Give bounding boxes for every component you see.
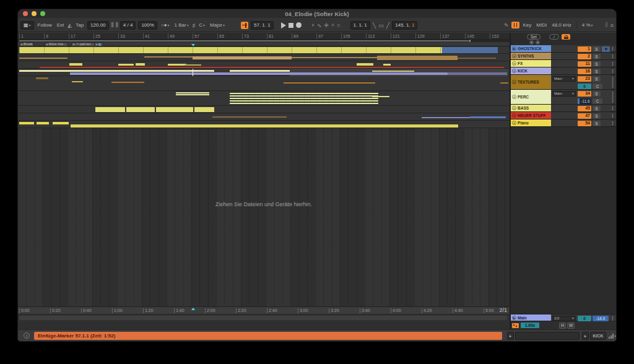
bar-number[interactable]: 49 (168, 33, 175, 39)
clip[interactable] (212, 116, 287, 118)
add-marker-left-icon[interactable]: + (529, 40, 534, 45)
insert-marker-bottom-icon[interactable] (191, 308, 195, 310)
empty-lane-area[interactable]: Ziehen Sie Dateien und Geräte hierhin. (18, 128, 510, 314)
bar-number[interactable]: 145 (465, 33, 474, 39)
solo-button[interactable]: S (593, 54, 601, 59)
horizontal-scrollbar[interactable] (18, 314, 510, 321)
scale-root-selector[interactable]: C▾ (198, 22, 206, 28)
tap-tempo-button[interactable]: Tap (74, 22, 85, 28)
track-number-box[interactable]: 47 (578, 113, 591, 119)
clip[interactable] (176, 92, 209, 93)
track-header-fx[interactable]: ●FX11S (511, 60, 617, 67)
optimize-width-button[interactable]: W (567, 323, 575, 329)
arm-button[interactable] (602, 46, 610, 52)
bar-number[interactable]: 105 (341, 33, 350, 39)
clip[interactable] (292, 57, 378, 58)
solo-button[interactable]: S (593, 69, 601, 74)
clip[interactable] (383, 64, 391, 66)
title-bar[interactable]: 04_Elodie (Softer Kick) (18, 9, 616, 18)
loop-brackets-icon[interactable]: ⌗ (331, 22, 334, 28)
track-header-synths[interactable]: ●SYNTHS2S (511, 53, 617, 60)
track-lane-fx[interactable] (18, 61, 510, 69)
nudge-down-icon[interactable]: ⫼ (111, 22, 113, 28)
solo-button[interactable]: S (593, 121, 601, 126)
quantize-menu[interactable]: ○●▾ (160, 22, 171, 28)
track-lane-neuer-stuff[interactable] (18, 113, 510, 121)
clip[interactable] (500, 82, 508, 84)
locator-flag[interactable]: ▶-> pad wo ... (71, 42, 97, 46)
track-play-icon[interactable]: ● (512, 95, 516, 99)
bar-number[interactable]: 129 (415, 33, 425, 39)
track-lane-synths[interactable] (18, 54, 510, 61)
record-button[interactable] (296, 22, 302, 28)
link-icon[interactable]: ∕ (549, 34, 559, 40)
selected-track-button[interactable]: KICK (590, 332, 606, 340)
bar-number[interactable]: 137 (440, 33, 449, 39)
bar-number[interactable]: 1 (19, 33, 24, 39)
track-name-block[interactable]: ●PERC (511, 90, 551, 104)
main-pan-value[interactable]: 0 (578, 316, 591, 321)
routing-selector[interactable]: Main▾ (552, 91, 576, 97)
scrollbar-thumb[interactable] (19, 316, 507, 320)
clip[interactable] (230, 70, 290, 72)
overdub-icon[interactable]: + (311, 22, 315, 28)
track-lane-kick[interactable] (18, 69, 510, 76)
clip[interactable] (372, 96, 389, 97)
grid-value-selector[interactable]: 1/2▾ (552, 316, 576, 321)
track-name-block[interactable]: ●Piano (511, 119, 551, 126)
track-play-icon[interactable]: ● (512, 61, 516, 66)
track-header-textures[interactable]: ●TEXTURESMain▾23S0C (511, 75, 617, 90)
track-lane-perc[interactable] (18, 91, 510, 106)
bar-number[interactable]: 81 (267, 33, 274, 39)
time-signature-field[interactable]: 4 / 4 (120, 21, 136, 30)
automation-arm-icon[interactable]: ∿ (317, 22, 322, 28)
groove-amount-field[interactable]: 100% (138, 21, 157, 30)
clip[interactable] (69, 63, 82, 66)
track-header-neuer-stuff[interactable]: ●NEUER STUFF47S (511, 112, 617, 119)
solo-button[interactable]: S (593, 76, 601, 82)
track-number-box[interactable]: 54 (578, 121, 591, 126)
clip[interactable] (193, 69, 193, 76)
link-selector[interactable]: ▦▾ (20, 21, 34, 30)
computer-midi-keyboard-icon[interactable] (511, 22, 519, 28)
loop-start-field[interactable]: 1. 1. 1 (350, 21, 370, 30)
play-button[interactable] (281, 22, 286, 28)
bar-number[interactable]: 17 (69, 33, 76, 39)
solo-button[interactable]: S (593, 46, 601, 52)
clip[interactable] (111, 82, 144, 83)
prev-cue-button[interactable]: ▸ (507, 332, 514, 340)
playback-speed-value[interactable]: 1.00x (521, 323, 539, 328)
track-play-icon[interactable]: ● (512, 121, 516, 125)
clip[interactable] (126, 107, 155, 112)
track-name-block[interactable]: ●BASS (511, 105, 551, 111)
scale-icon[interactable]: ♯ (193, 22, 196, 28)
follow-grid-icon[interactable] (512, 323, 519, 328)
track-number-box[interactable]: 1 (578, 46, 591, 52)
clip[interactable] (156, 107, 193, 112)
clip[interactable] (95, 107, 125, 112)
bar-number[interactable]: 57 (193, 33, 199, 39)
track-lane-piano[interactable] (18, 121, 510, 128)
clip[interactable] (357, 63, 373, 66)
track-play-icon[interactable]: ● (512, 54, 516, 58)
punch-in-icon[interactable]: ╲ (373, 22, 376, 28)
track-name-block[interactable]: ●FX (511, 60, 551, 67)
capture-midi-icon[interactable]: ✛ (324, 22, 329, 28)
menu-icon[interactable]: ≡ (610, 22, 614, 28)
draw-mode-icon[interactable]: ○ (337, 22, 340, 28)
track-number-box[interactable]: 23 (578, 76, 591, 82)
metronome-icon[interactable]: ◭ (67, 22, 72, 28)
bar-number[interactable]: 113 (366, 33, 375, 39)
clip[interactable] (136, 63, 145, 66)
bar-number[interactable]: 121 (391, 33, 400, 39)
output-meter-icon[interactable] (609, 334, 614, 339)
clip[interactable] (53, 122, 69, 124)
track-name-block[interactable]: ●TEXTURES (511, 75, 551, 89)
solo-button[interactable]: S (593, 113, 601, 119)
routing-selector[interactable]: Main▾ (552, 76, 576, 82)
bar-number[interactable]: 89 (292, 33, 298, 39)
locator-flag[interactable]: ▶Break (19, 42, 34, 46)
quantize-value[interactable]: 1 Bar▾ (173, 22, 190, 28)
main-track-row[interactable]: ▶ Main 1/2▾ 0 -14.0 (511, 314, 617, 321)
track-lane-textures[interactable] (18, 76, 510, 91)
